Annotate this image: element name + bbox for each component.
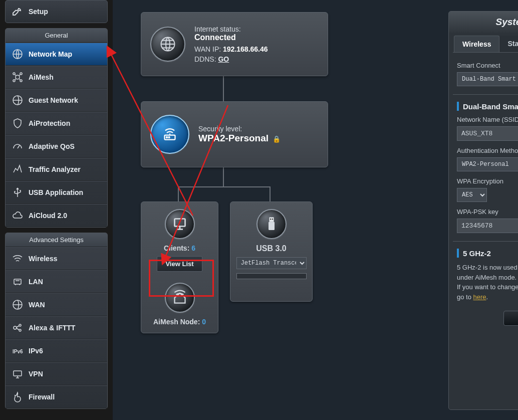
sidebar-item-alexa-ifttt[interactable]: Alexa & IFTTT xyxy=(6,316,107,339)
sidebar-item-usb-application[interactable]: USB Application xyxy=(6,181,107,204)
sidebar-item-adaptive-qos[interactable]: Adaptive QoS xyxy=(6,135,107,158)
sidebar-item-guest-network[interactable]: Guest Network xyxy=(6,89,107,112)
nav-label: LAN xyxy=(29,278,43,286)
security-level-card: Security level: WPA2-Personal 🔒 xyxy=(141,101,328,167)
lan-icon xyxy=(12,276,24,288)
alexa-icon xyxy=(12,322,24,334)
wan-ip-value: 192.168.66.46 xyxy=(223,45,268,53)
wan-icon xyxy=(12,299,24,311)
router-icon-button[interactable] xyxy=(150,115,189,154)
aimesh-icon-button[interactable] xyxy=(165,283,195,313)
tab-status[interactable]: Status xyxy=(499,36,518,52)
smart-connect-select[interactable]: Dual-Band Smart Connect xyxy=(457,72,518,86)
sidebar-item-ipv6[interactable]: IPv6 IPv6 xyxy=(6,339,107,362)
svg-point-11 xyxy=(19,329,21,331)
wan-ip-label: WAN IP: xyxy=(194,45,221,53)
ipv6-icon: IPv6 xyxy=(12,345,24,357)
usb-icon xyxy=(12,186,24,198)
svg-rect-7 xyxy=(14,279,21,284)
clients-aimesh-card: Clients: 6 View List AiMesh Node: 0 xyxy=(141,201,218,333)
ddns-label: DDNS: xyxy=(194,55,216,63)
sidebar-item-setup[interactable]: Setup xyxy=(6,1,107,23)
svg-rect-18 xyxy=(174,219,185,227)
nav-label: Adaptive QoS xyxy=(29,142,75,150)
nav-label: Guest Network xyxy=(29,96,78,104)
fire-icon xyxy=(12,391,24,403)
here-link[interactable]: here xyxy=(473,293,486,301)
cloud-icon xyxy=(12,209,24,222)
nav-label: VPN xyxy=(29,370,43,378)
enc-label: WPA Encryption xyxy=(457,177,518,185)
aimesh-label: AiMesh Node: xyxy=(153,318,200,326)
sidebar-item-wan[interactable]: WAN xyxy=(6,293,107,316)
svg-rect-22 xyxy=(272,219,273,220)
auth-label: Authentication Method xyxy=(457,147,518,154)
sidebar-item-network-map[interactable]: Network Map xyxy=(6,43,107,66)
wpa-psk-input[interactable] xyxy=(457,219,518,233)
svg-point-3 xyxy=(20,73,22,75)
connector-line xyxy=(178,186,271,187)
svg-point-4 xyxy=(13,80,15,82)
svg-point-5 xyxy=(20,80,22,82)
sidebar-item-aicloud[interactable]: AiCloud 2.0 xyxy=(6,204,107,227)
usb-card: USB 3.0 JetFlash Transcend xyxy=(230,201,313,302)
nav-label: Firewall xyxy=(29,393,55,401)
advanced-panel-title: Advanced Settings xyxy=(6,233,107,247)
gauge-icon xyxy=(12,140,24,152)
sidebar-item-vpn[interactable]: VPN xyxy=(6,362,107,385)
svg-point-1 xyxy=(16,75,20,79)
analyzer-icon xyxy=(12,163,24,175)
svg-point-16 xyxy=(166,137,167,138)
guest-icon xyxy=(12,94,24,106)
auth-method-select[interactable]: WPA2-Personal xyxy=(457,157,518,171)
usb-device-select[interactable]: JetFlash Transcend xyxy=(236,257,307,269)
psk-label: WPA-PSK key xyxy=(457,208,518,216)
svg-text:IPv6: IPv6 xyxy=(13,349,23,354)
security-level-label: Security level: xyxy=(198,125,281,133)
nav-label: AiProtection xyxy=(29,119,70,127)
svg-rect-21 xyxy=(270,219,271,220)
svg-point-17 xyxy=(168,137,169,138)
sidebar-item-traffic-analyzer[interactable]: Traffic Analyzer xyxy=(6,158,107,181)
apply-button[interactable]: Apply xyxy=(503,311,518,326)
sidebar-item-wireless[interactable]: Wireless xyxy=(6,247,107,270)
nav-label: WAN xyxy=(29,301,45,309)
sidebar-item-aimesh[interactable]: AiMesh xyxy=(6,66,107,89)
wpa-encryption-select[interactable]: AES xyxy=(457,188,487,202)
globe-icon xyxy=(12,48,24,60)
wrench-icon xyxy=(12,6,24,18)
clients-icon-button[interactable] xyxy=(165,209,195,239)
svg-rect-19 xyxy=(269,218,274,222)
svg-rect-13 xyxy=(14,371,22,376)
svg-point-2 xyxy=(13,73,15,75)
svg-point-9 xyxy=(14,326,17,329)
vpn-icon xyxy=(12,368,24,380)
usb-title: USB 3.0 xyxy=(256,244,286,253)
ddns-go-link[interactable]: GO xyxy=(218,55,229,63)
clients-label: Clients: xyxy=(164,244,189,252)
ssid-input[interactable] xyxy=(457,126,518,141)
nav-label: Traffic Analyzer xyxy=(29,165,81,173)
sidebar-item-lan[interactable]: LAN xyxy=(6,270,107,293)
svg-point-10 xyxy=(19,324,21,326)
svg-rect-20 xyxy=(269,222,275,231)
nav-label: Network Map xyxy=(29,50,72,58)
internet-status-card: Internet status: Connected WAN IP: 192.1… xyxy=(141,12,328,76)
usb-progress-bar xyxy=(236,273,307,279)
internet-icon-button[interactable] xyxy=(150,27,185,62)
view-list-button[interactable]: View List xyxy=(157,256,202,272)
nav-label: Alexa & IFTTT xyxy=(29,324,75,332)
sidebar-item-aiprotection[interactable]: AiProtection xyxy=(6,112,107,135)
nav-label: USB Application xyxy=(29,188,83,196)
internet-status-value: Connected xyxy=(194,33,268,42)
tab-wireless[interactable]: Wireless xyxy=(454,36,499,52)
nav-label: IPv6 xyxy=(29,347,43,355)
aimesh-count: 0 xyxy=(202,318,206,326)
nav-label: Wireless xyxy=(29,255,57,263)
sidebar-item-firewall[interactable]: Firewall xyxy=(6,385,107,408)
lock-icon: 🔒 xyxy=(273,135,281,143)
system-status-panel: System Status Wireless Status Smart Conn… xyxy=(448,11,518,410)
usb-icon-button[interactable] xyxy=(256,209,287,239)
connector-line xyxy=(223,167,224,186)
nav-label: AiCloud 2.0 xyxy=(29,212,67,220)
